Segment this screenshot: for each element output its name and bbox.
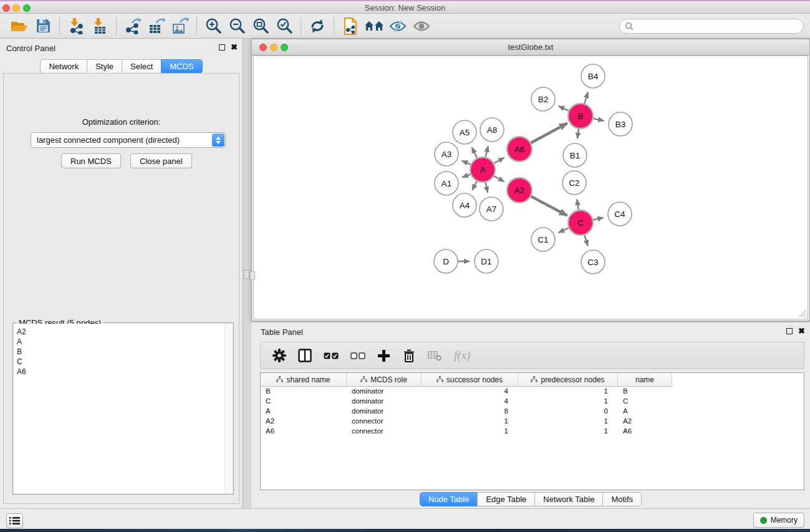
table-cell[interactable]: 1: [518, 417, 618, 427]
column-header[interactable]: shared name: [261, 373, 347, 387]
table-cell[interactable]: A: [618, 407, 672, 417]
table-tab-edge-table[interactable]: Edge Table: [477, 492, 535, 506]
table-cell[interactable]: 1: [518, 387, 618, 397]
deselect-all-columns-button[interactable]: [347, 345, 369, 366]
table-row[interactable]: A2connector11A2: [261, 417, 804, 427]
result-item[interactable]: C: [17, 357, 224, 367]
column-header[interactable]: successor nodes: [422, 373, 518, 387]
search-field[interactable]: [619, 19, 804, 34]
table-cell[interactable]: C: [618, 397, 672, 407]
table-cell[interactable]: A2: [618, 417, 672, 427]
tab-select[interactable]: Select: [122, 59, 162, 74]
table-cell[interactable]: 4: [422, 397, 518, 407]
tab-mcds[interactable]: MCDS: [161, 59, 202, 74]
result-item[interactable]: A2: [17, 327, 224, 337]
export-table-button[interactable]: [145, 16, 168, 37]
criterion-select[interactable]: largest connected component (directed): [31, 132, 226, 148]
close-table-panel-icon[interactable]: ✖: [798, 328, 805, 334]
table-row[interactable]: Bdominator41B: [261, 387, 804, 397]
network-from-file-button[interactable]: [339, 16, 362, 37]
canvas-scroll-stub[interactable]: [250, 271, 255, 280]
column-header[interactable]: predecessor nodes: [518, 373, 618, 387]
export-image-button[interactable]: [168, 16, 192, 37]
function-builder-button[interactable]: f(x): [451, 345, 473, 366]
tab-style[interactable]: Style: [87, 59, 122, 74]
refresh-button[interactable]: [306, 16, 329, 37]
graph-edge-A-A8[interactable]: [486, 146, 488, 157]
graph-edge-B-B4[interactable]: [584, 92, 588, 104]
table-row[interactable]: Cdominator41C: [261, 397, 804, 407]
result-item[interactable]: A: [17, 337, 224, 347]
table-tab-network-table[interactable]: Network Table: [534, 492, 603, 506]
table-cell[interactable]: connector: [347, 427, 422, 437]
column-header[interactable]: MCDS role: [347, 373, 422, 387]
result-item[interactable]: B: [17, 347, 224, 357]
table-cell[interactable]: 1: [518, 397, 618, 407]
table-options-button[interactable]: [269, 345, 289, 366]
zoom-selected-button[interactable]: [272, 16, 296, 37]
resize-grip-icon[interactable]: [799, 310, 806, 317]
graph-edge-A-A4[interactable]: [472, 181, 477, 190]
task-history-button[interactable]: [6, 513, 23, 528]
graph-edge-A-A1[interactable]: [462, 174, 471, 177]
graph-edge-A2-C[interactable]: [531, 196, 567, 215]
memory-button[interactable]: Memory: [753, 513, 804, 528]
import-table-button[interactable]: [88, 16, 112, 37]
zoom-in-button[interactable]: [201, 16, 225, 37]
table-cell[interactable]: dominator: [347, 407, 422, 417]
show-graphics-details-button[interactable]: [410, 16, 433, 37]
delete-columns-button[interactable]: [399, 345, 419, 366]
zoom-fit-button[interactable]: [249, 16, 272, 37]
table-cell[interactable]: A6: [618, 427, 672, 437]
table-cell[interactable]: 1: [518, 427, 618, 437]
table-tab-node-table[interactable]: Node Table: [420, 492, 478, 506]
search-input[interactable]: [634, 22, 803, 31]
graph-edge-A6-B[interactable]: [531, 123, 567, 143]
delete-table-button[interactable]: [425, 345, 445, 366]
table-cell[interactable]: dominator: [347, 387, 422, 397]
graph-edge-C-C3[interactable]: [584, 235, 588, 246]
table-cell[interactable]: connector: [347, 417, 422, 427]
graph-edge-C-C4[interactable]: [593, 218, 604, 220]
table-cell[interactable]: 0: [518, 407, 618, 417]
float-panel-icon[interactable]: [219, 44, 225, 51]
result-scrollbar[interactable]: [224, 324, 233, 493]
table-cell[interactable]: A: [261, 407, 347, 417]
table-row[interactable]: Adominator80A: [261, 407, 804, 417]
table-cell[interactable]: dominator: [347, 397, 422, 407]
graph-edge-B-B2[interactable]: [559, 106, 569, 111]
save-session-button[interactable]: [31, 16, 55, 37]
column-header[interactable]: name: [618, 373, 672, 387]
table-cell[interactable]: A2: [261, 417, 347, 427]
float-table-panel-icon[interactable]: [786, 328, 793, 334]
hide-graphics-details-button[interactable]: [386, 16, 410, 37]
table-row[interactable]: A6connector11A6: [261, 427, 804, 437]
table-cell[interactable]: 8: [422, 407, 518, 417]
home-button[interactable]: [362, 16, 386, 37]
graph-edge-A-A2[interactable]: [493, 176, 504, 182]
export-network-button[interactable]: [121, 16, 145, 37]
table-cell[interactable]: 1: [422, 417, 518, 427]
select-all-columns-button[interactable]: [321, 345, 342, 366]
run-mcds-button[interactable]: Run MCDS: [61, 153, 121, 168]
graph-edge-A-A6[interactable]: [493, 158, 504, 164]
close-panel-button[interactable]: Close panel: [130, 153, 192, 168]
table-cell[interactable]: 4: [422, 387, 518, 397]
graph-edge-A-A7[interactable]: [485, 182, 488, 193]
table-tab-motifs[interactable]: Motifs: [602, 492, 642, 506]
table-cell[interactable]: C: [261, 397, 347, 407]
network-window-titlebar[interactable]: testGlobe.txt: [252, 39, 809, 56]
result-item[interactable]: A6: [17, 367, 224, 377]
table-cell[interactable]: B: [618, 387, 672, 397]
graph-edge-B-B1[interactable]: [577, 128, 579, 138]
close-panel-icon[interactable]: ✖: [231, 44, 238, 51]
graph-edge-B-B3[interactable]: [593, 118, 604, 121]
graph-edge-C-C2[interactable]: [577, 200, 579, 211]
create-column-button[interactable]: [374, 345, 393, 366]
graph-edge-A-A3[interactable]: [462, 161, 471, 165]
split-table-button[interactable]: [295, 345, 315, 366]
table-cell[interactable]: 1: [422, 427, 518, 437]
tab-network[interactable]: Network: [40, 59, 87, 74]
graph-edge-C-C1[interactable]: [559, 228, 569, 233]
table-cell[interactable]: B: [261, 387, 347, 397]
